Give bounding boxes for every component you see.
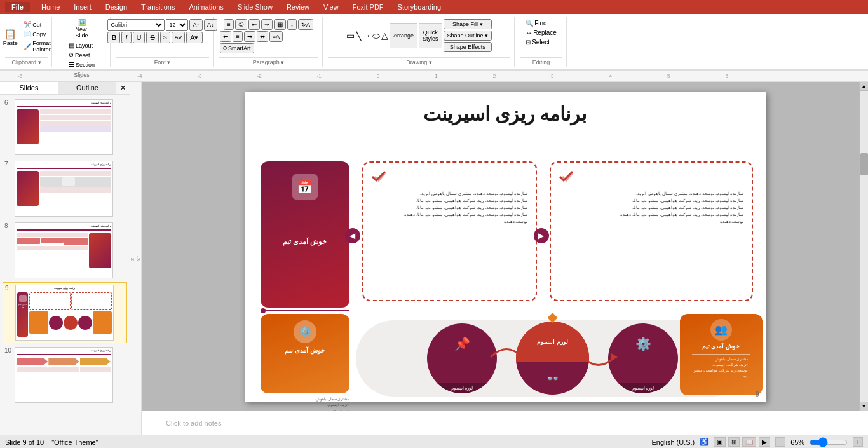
- outline-tab[interactable]: Outline: [58, 82, 116, 94]
- convert-smartart-button[interactable]: ⟳SmartArt: [220, 43, 254, 53]
- shadow-button[interactable]: S: [160, 32, 170, 43]
- status-left: Slide 9 of 10 "Office Theme": [5, 438, 98, 446]
- circle-2-wrapper: لورم ایپسوم 👓: [516, 322, 589, 395]
- line-icon[interactable]: ╲: [356, 31, 361, 41]
- tab-animations[interactable]: Animations: [182, 2, 229, 12]
- numbering-button[interactable]: ①: [235, 19, 247, 30]
- scroll-thumb[interactable]: [860, 153, 868, 175]
- bullets-button[interactable]: ≡: [224, 19, 234, 30]
- tab-storyboard[interactable]: Storyboarding: [391, 2, 448, 12]
- zoom-in-button[interactable]: +: [853, 437, 863, 447]
- welcome-text-right: خوش آمدی تیم: [702, 343, 740, 350]
- find-button[interactable]: 🔍 Find: [524, 19, 548, 27]
- bold-button[interactable]: B: [107, 32, 120, 43]
- vertical-scrollbar[interactable]: ▲ ▼: [859, 82, 868, 411]
- tab-design[interactable]: Design: [99, 2, 133, 12]
- arrange-button[interactable]: Arrange: [390, 23, 417, 48]
- triangle-icon[interactable]: △: [381, 31, 388, 41]
- section-icon: ☰: [69, 61, 74, 68]
- select-button[interactable]: ⊡Select: [524, 38, 552, 46]
- slide-thumb-10[interactable]: 10 برنامه ریزی اسپرینت: [3, 345, 127, 405]
- title-bar: File Home Insert Design Transitions Anim…: [0, 0, 868, 14]
- char-spacing-button[interactable]: AV: [172, 32, 185, 43]
- shape-outline-button[interactable]: Shape Outline ▾: [444, 31, 492, 41]
- slides-panel: Slides Outline ✕ 6 برنامه ریزی اسپرینت: [0, 82, 130, 435]
- shape-fill-button[interactable]: Shape Fill ▾: [444, 19, 492, 29]
- slide-title: برنامه ریزی اسیرینت: [245, 103, 766, 125]
- italic-button[interactable]: I: [121, 32, 131, 43]
- tab-home[interactable]: Home: [35, 2, 66, 12]
- scissors-icon: ✂️: [24, 21, 31, 28]
- normal-view-button[interactable]: ▣: [714, 437, 726, 447]
- increase-font-button[interactable]: A↑: [189, 19, 203, 31]
- font-family-select[interactable]: Calibri: [107, 19, 165, 31]
- reading-view-button[interactable]: 📖: [742, 437, 756, 447]
- slides-tab[interactable]: Slides: [0, 82, 58, 94]
- increase-indent-button[interactable]: ⇥: [261, 19, 273, 30]
- oval-icon[interactable]: ⬭: [372, 31, 380, 41]
- new-slide-button[interactable]: 🖼️ NewSlide: [72, 18, 92, 40]
- language-indicator: English (U.S.): [651, 438, 695, 446]
- tab-slideshow[interactable]: Slide Show: [231, 2, 279, 12]
- text-direction-button[interactable]: ↻A: [298, 19, 313, 30]
- slide-thumb-9[interactable]: 9 برنامه ریزی اسیرینت خوش آمدیتیم: [3, 282, 127, 343]
- decrease-indent-button[interactable]: ⇤: [248, 19, 260, 30]
- section-button[interactable]: ☰Section: [67, 60, 97, 69]
- orange-box-left: ⚙️ خوش آمدی تیم: [261, 314, 349, 393]
- slide-thumb-6[interactable]: 6 برنامه ریزی اسپرینت: [3, 97, 127, 157]
- tab-view[interactable]: View: [317, 2, 345, 12]
- layout-icon: ▤: [69, 42, 74, 49]
- justify-button[interactable]: ⬌: [257, 31, 268, 42]
- scroll-down-button[interactable]: ▼: [860, 402, 868, 411]
- quick-styles-button[interactable]: QuickStyles: [419, 23, 442, 48]
- underline-button[interactable]: U: [133, 32, 146, 43]
- align-right-button[interactable]: ➡: [244, 31, 255, 42]
- menu-tabs: Home Insert Design Transitions Animation…: [35, 2, 447, 12]
- slideshow-view-button[interactable]: ▶: [759, 437, 770, 447]
- scroll-up-button[interactable]: ▲: [860, 82, 868, 91]
- scroll-track[interactable]: [860, 91, 868, 402]
- cut-button[interactable]: ✂️Cut: [22, 20, 53, 29]
- slides-group: 🖼️ NewSlide ▤Layout ↺Reset ☰Section Slid…: [53, 17, 111, 67]
- font-color-button[interactable]: A▾: [186, 32, 202, 43]
- columns-button[interactable]: ▦: [274, 19, 286, 30]
- tab-review[interactable]: Review: [280, 2, 316, 12]
- copy-button[interactable]: 📄Copy: [22, 30, 53, 38]
- rect-shape-icon[interactable]: ▭: [346, 31, 355, 41]
- editing-group: 🔍 Find ↔ Replace ⊡Select Editing: [516, 17, 567, 67]
- slide-thumb-8[interactable]: 8 برنامه ریزی اسپرینت: [3, 221, 127, 280]
- format-painter-button[interactable]: 🖌️Format Painter: [22, 39, 53, 53]
- pin-icon: 📌: [454, 336, 470, 351]
- zoom-slider[interactable]: [810, 438, 848, 446]
- welcome-box-top: 📅 خوش آمدی تیم: [261, 161, 349, 308]
- slide-thumb-7[interactable]: 7 برنامه ریزی اسپرینت: [3, 159, 127, 219]
- shape-effects-button[interactable]: Shape Effects: [444, 42, 492, 52]
- strikethrough-button[interactable]: S: [146, 32, 158, 43]
- tab-insert[interactable]: Insert: [67, 2, 98, 12]
- align-text-button[interactable]: ≡A: [269, 31, 283, 42]
- slide-sorter-button[interactable]: ⊞: [728, 437, 740, 447]
- slide-canvas[interactable]: برنامه ریزی اسیرینت 📅 خوش آمدی تیم ◀: [245, 92, 766, 402]
- tab-foxit[interactable]: Foxit PDF: [346, 2, 390, 12]
- replace-button[interactable]: ↔ Replace: [524, 29, 559, 37]
- connector-arrow-left: [261, 304, 349, 317]
- font-size-select[interactable]: 12: [166, 19, 188, 31]
- layout-button[interactable]: ▤Layout: [67, 41, 97, 50]
- notes-area[interactable]: Click to add notes: [142, 411, 868, 435]
- align-center-button[interactable]: ≡: [233, 31, 243, 42]
- slides-panel-tabs: Slides Outline ✕: [0, 82, 130, 95]
- tab-transitions[interactable]: Transitions: [135, 2, 181, 12]
- nav-arrow-middle[interactable]: ▶: [534, 228, 549, 243]
- file-button[interactable]: File: [5, 2, 30, 12]
- slide-viewport[interactable]: برنامه ریزی اسیرینت 📅 خوش آمدی تیم ◀: [142, 82, 868, 411]
- nav-arrow-left[interactable]: ◀: [345, 228, 360, 243]
- font-group: Calibri 12 A↑ A↓ B I U S S AV A▾: [112, 17, 214, 67]
- arrow-icon[interactable]: →: [362, 31, 371, 41]
- svg-marker-0: [519, 353, 526, 361]
- align-left-button[interactable]: ⬅: [220, 31, 231, 42]
- reset-button[interactable]: ↺Reset: [67, 51, 97, 59]
- line-spacing-button[interactable]: ↕: [287, 19, 297, 30]
- paste-button[interactable]: 📋 Paste: [0, 27, 20, 48]
- panel-close-button[interactable]: ✕: [116, 82, 130, 94]
- zoom-out-button[interactable]: −: [775, 437, 785, 447]
